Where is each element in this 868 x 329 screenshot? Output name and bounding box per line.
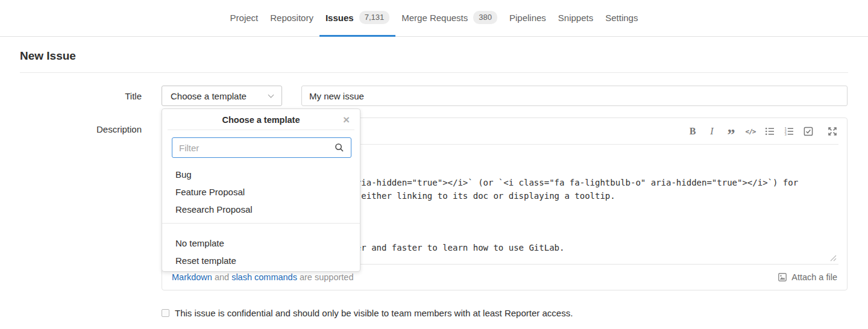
project-navbar: Project Repository Issues 7,131 Merge Re…: [0, 0, 868, 37]
numbered-list-button[interactable]: 1 2 3: [783, 124, 795, 139]
attach-file-button[interactable]: Attach a file: [778, 272, 837, 282]
help-text-and: and: [212, 272, 231, 282]
nav-tab-repository[interactable]: Repository: [264, 0, 319, 37]
fullscreen-icon: [828, 127, 837, 136]
issue-title-input[interactable]: [301, 86, 848, 106]
merge-requests-count-badge: 380: [473, 11, 497, 24]
choose-template-button[interactable]: Choose a template: [162, 86, 282, 106]
slash-commands-link[interactable]: slash commands: [231, 272, 297, 282]
task-list-icon: [804, 127, 813, 136]
nav-tab-label: Issues: [326, 13, 354, 23]
nav-tab-label: Project: [230, 13, 259, 23]
bullet-list-button[interactable]: [764, 124, 776, 139]
nav-tab-label: Settings: [605, 13, 638, 23]
chevron-down-icon: [268, 92, 274, 98]
dropdown-title: Choose a template: [222, 115, 300, 125]
svg-text:3: 3: [784, 133, 786, 136]
new-issue-page: Project Repository Issues 7,131 Merge Re…: [0, 0, 868, 329]
editor-toolbar: B I ” </> 1 2 3: [687, 118, 838, 145]
reset-template-option[interactable]: Reset template: [168, 252, 354, 269]
nav-tab-label: Merge Requests: [401, 13, 468, 23]
page-title: New Issue: [20, 49, 76, 63]
attach-image-icon: [778, 272, 787, 282]
template-option-bug[interactable]: Bug: [168, 166, 354, 183]
nav-tab-label: Pipelines: [509, 13, 546, 23]
nav-tab-issues[interactable]: Issues 7,131: [319, 0, 395, 37]
code-button[interactable]: </>: [744, 124, 756, 139]
bullet-list-icon: [765, 127, 775, 136]
fullscreen-button[interactable]: [826, 124, 838, 139]
template-actions-list: No template Reset template: [162, 224, 360, 269]
confidential-row: This issue is confidential and should on…: [162, 308, 573, 318]
template-option-feature-proposal[interactable]: Feature Proposal: [168, 183, 354, 201]
markdown-help-text: Markdown and slash commands are supporte…: [172, 272, 353, 282]
nav-tab-settings[interactable]: Settings: [599, 0, 644, 37]
nav-tab-snippets[interactable]: Snippets: [552, 0, 599, 37]
nav-tab-pipelines[interactable]: Pipelines: [503, 0, 552, 37]
issues-count-badge: 7,131: [359, 11, 390, 24]
bold-button[interactable]: B: [687, 124, 699, 139]
dropdown-filter: [172, 137, 350, 158]
search-icon: [335, 143, 344, 152]
description-label: Description: [20, 124, 142, 134]
quote-button[interactable]: ”: [725, 128, 737, 142]
nav-tab-project[interactable]: Project: [224, 0, 265, 37]
numbered-list-icon: 1 2 3: [784, 127, 794, 136]
help-text-suffix: are supported: [297, 272, 354, 282]
nav-tab-label: Snippets: [558, 13, 593, 23]
nav-tab-label: Repository: [270, 13, 313, 23]
title-label: Title: [20, 91, 142, 101]
resize-handle[interactable]: [830, 255, 837, 262]
filter-input[interactable]: [172, 137, 351, 158]
heading-divider: [20, 72, 848, 73]
task-list-button[interactable]: [802, 124, 814, 139]
no-template-option[interactable]: No template: [168, 234, 354, 252]
choose-template-button-label: Choose a template: [171, 91, 247, 101]
template-dropdown-panel: Choose a template × Bug Feature Proposal…: [162, 108, 360, 272]
template-option-research-proposal[interactable]: Research Proposal: [168, 201, 354, 218]
italic-button[interactable]: I: [706, 124, 718, 139]
confidential-label: This issue is confidential and should on…: [175, 308, 573, 318]
nav-tab-merge-requests[interactable]: Merge Requests 380: [395, 0, 503, 37]
markdown-link[interactable]: Markdown: [172, 272, 212, 282]
confidential-checkbox[interactable]: [162, 309, 169, 317]
dropdown-header: Choose a template ×: [168, 109, 354, 130]
close-icon[interactable]: ×: [343, 114, 350, 125]
attach-file-label: Attach a file: [791, 272, 837, 282]
template-options-list: Bug Feature Proposal Research Proposal: [162, 158, 360, 223]
